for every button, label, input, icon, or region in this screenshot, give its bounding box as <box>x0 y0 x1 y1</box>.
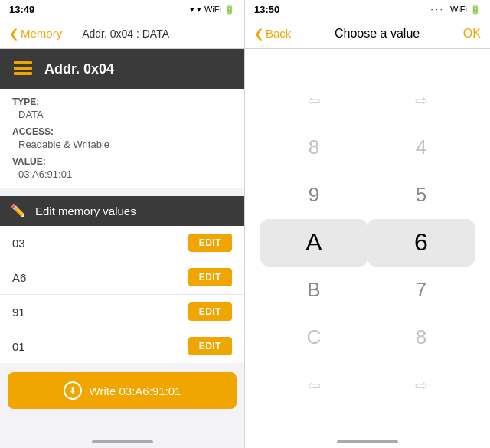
home-indicator-left <box>0 436 244 448</box>
edit-header: ✏️ Edit memory values <box>0 196 244 226</box>
info-section: TYPE: DATA ACCESS: Readable & Writable V… <box>0 89 244 188</box>
picker-item-C[interactable]: C <box>260 314 368 361</box>
picker-container: ⇦ ⇨ 8 4 9 5 A 6 B 7 C 8 ⇦ ⇨ <box>245 49 490 436</box>
picker-item-9[interactable]: 9 <box>260 172 368 219</box>
byte-value-0: 03 <box>12 237 25 250</box>
status-bar-right: 13:50 · · · · WiFi 🔋 <box>245 0 490 18</box>
chevron-left-icon-right: ❮ <box>254 27 264 41</box>
status-bar-left: 13:49 ▾ ▾ WiFi 🔋 <box>0 0 244 18</box>
status-icons-right: · · · · WiFi 🔋 <box>431 5 481 15</box>
byte-row-0: 03 EDIT <box>0 226 244 260</box>
back-button-left[interactable]: ❮ Memory <box>9 27 62 41</box>
access-row: ACCESS: Readable & Writable <box>12 126 232 150</box>
byte-row-1: A6 EDIT <box>0 260 244 295</box>
value-label: VALUE: <box>12 156 232 167</box>
edit-section-title: Edit memory values <box>35 204 136 217</box>
access-value: Readable & Writable <box>18 139 232 150</box>
status-time-left: 13:49 <box>9 4 34 15</box>
svg-rect-0 <box>14 61 32 64</box>
edit-button-1[interactable]: EDIT <box>188 268 232 286</box>
write-icon: ⬇ <box>64 381 82 400</box>
home-indicator-right <box>245 436 490 448</box>
edit-button-0[interactable]: EDIT <box>188 234 232 252</box>
status-time-right: 13:50 <box>254 4 279 15</box>
write-button[interactable]: ⬇ Write 03:A6:91:01 <box>8 372 237 409</box>
byte-rows: 03 EDIT A6 EDIT 91 EDIT 01 EDIT <box>0 226 244 363</box>
chevron-left-icon: ❮ <box>9 27 19 41</box>
right-panel: 13:50 · · · · WiFi 🔋 ❮ Back Choose a val… <box>245 0 490 448</box>
edit-button-3[interactable]: EDIT <box>188 337 232 355</box>
value-value: 03:A6:91:01 <box>18 168 232 180</box>
signal-dots-icon: · · · · <box>431 5 447 14</box>
type-label: TYPE: <box>12 96 232 107</box>
home-bar-right <box>337 440 398 443</box>
wifi-icon-right: WiFi <box>450 5 467 14</box>
picker-item-B[interactable]: B <box>260 267 368 314</box>
signal-icon: WiFi <box>204 5 221 14</box>
picker-item-arrow-right-down[interactable]: ⇨ <box>368 361 475 409</box>
nav-bar-right: ❮ Back Choose a value OK <box>245 18 490 49</box>
svg-rect-1 <box>14 67 32 70</box>
picker-item-arrow-left-down[interactable]: ⇦ <box>260 361 368 409</box>
type-row: TYPE: DATA <box>12 96 232 120</box>
addr-title: Addr. 0x04 <box>44 61 114 77</box>
back-label-left: Memory <box>21 27 62 40</box>
ok-button[interactable]: OK <box>463 27 481 41</box>
status-icons-left: ▾ ▾ WiFi 🔋 <box>190 5 235 15</box>
back-button-right[interactable]: ❮ Back <box>254 27 291 41</box>
byte-value-2: 91 <box>12 306 25 319</box>
picker-item-8b[interactable]: 8 <box>368 314 475 361</box>
nav-title-left: Addr. 0x04 : DATA <box>62 28 189 40</box>
type-value: DATA <box>18 109 232 120</box>
picker-item-arrow-left-up[interactable]: ⇦ <box>260 77 368 124</box>
wifi-icon: ▾ ▾ <box>190 5 201 15</box>
value-row: VALUE: 03:A6:91:01 <box>12 156 232 180</box>
picker-item-4[interactable]: 4 <box>368 124 475 172</box>
access-label: ACCESS: <box>12 126 232 137</box>
battery-icon-right: 🔋 <box>470 5 481 15</box>
back-label-right: Back <box>266 27 291 40</box>
picker-grid: ⇦ ⇨ 8 4 9 5 A 6 B 7 C 8 ⇦ ⇨ <box>245 77 490 409</box>
svg-rect-2 <box>14 72 32 75</box>
picker-item-6[interactable]: 6 <box>368 219 475 267</box>
byte-value-3: 01 <box>12 340 25 353</box>
byte-value-1: A6 <box>12 271 26 284</box>
picker-item-arrow-right-up[interactable]: ⇨ <box>368 77 475 124</box>
pencil-icon: ✏️ <box>11 204 26 218</box>
write-btn-label: Write 03:A6:91:01 <box>90 384 181 397</box>
battery-icon: 🔋 <box>224 5 235 15</box>
picker-item-5[interactable]: 5 <box>368 172 475 219</box>
layers-icon <box>11 57 35 81</box>
nav-bar-left: ❮ Memory Addr. 0x04 : DATA <box>0 18 244 49</box>
picker-item-7[interactable]: 7 <box>368 267 475 314</box>
left-panel: 13:49 ▾ ▾ WiFi 🔋 ❮ Memory Addr. 0x04 : D… <box>0 0 245 448</box>
picker-item-8[interactable]: 8 <box>260 124 368 172</box>
byte-row-3: 01 EDIT <box>0 329 244 363</box>
byte-row-2: 91 EDIT <box>0 295 244 329</box>
addr-header: Addr. 0x04 <box>0 49 244 89</box>
edit-button-2[interactable]: EDIT <box>188 302 232 321</box>
nav-title-right: Choose a value <box>335 27 420 41</box>
picker-item-A[interactable]: A <box>260 219 368 267</box>
home-bar-left <box>92 440 153 443</box>
